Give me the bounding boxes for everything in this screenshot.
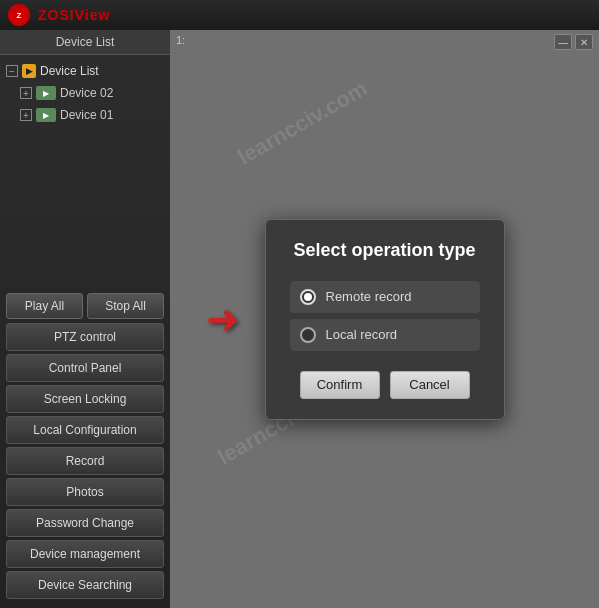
local-record-label: Local record [326,327,398,342]
expand-icon[interactable]: + [20,87,32,99]
sidebar: Device List − ▶ Device List + ▶ Device 0… [0,30,170,608]
local-record-option[interactable]: Local record [290,319,480,351]
remote-record-label: Remote record [326,289,412,304]
photos-button[interactable]: Photos [6,478,164,506]
remote-record-radio[interactable] [300,289,316,305]
device-tree: − ▶ Device List + ▶ Device 02 + ▶ Device… [0,55,170,287]
confirm-button[interactable]: Confirm [300,371,380,399]
stop-all-button[interactable]: Stop All [87,293,164,319]
ptz-control-button[interactable]: PTZ control [6,323,164,351]
screen-locking-button[interactable]: Screen Locking [6,385,164,413]
folder-icon: ▶ [22,64,36,78]
device01-label: Device 01 [60,108,113,122]
play-all-button[interactable]: Play All [6,293,83,319]
cancel-button[interactable]: Cancel [390,371,470,399]
tree-collapse-icon[interactable]: − [6,65,18,77]
device-searching-button[interactable]: Device Searching [6,571,164,599]
tree-item-device01[interactable]: + ▶ Device 01 [0,104,170,126]
play-stop-row: Play All Stop All [6,293,164,319]
app-title: ZOSIView [38,7,110,23]
record-button[interactable]: Record [6,447,164,475]
app-logo: Z [8,4,30,26]
title-bar: Z ZOSIView [0,0,599,30]
tree-root-item[interactable]: − ▶ Device List [0,60,170,82]
device-list-label: Device List [40,64,99,78]
camera-icon: ▶ [36,108,56,122]
local-record-radio[interactable] [300,327,316,343]
control-panel-button[interactable]: Control Panel [6,354,164,382]
logo-text: Z [17,11,22,20]
expand-icon[interactable]: + [20,109,32,121]
arrow-indicator: ➜ [206,296,240,342]
local-config-button[interactable]: Local Configuration [6,416,164,444]
radio-group: Remote record Local record [290,281,480,351]
sidebar-controls: Play All Stop All PTZ control Control Pa… [0,287,170,608]
sidebar-header: Device List [0,30,170,55]
dialog-buttons: Confirm Cancel [290,371,480,399]
dialog-overlay: ➜ Select operation type Remote record Lo… [170,30,599,608]
device-management-button[interactable]: Device management [6,540,164,568]
password-change-button[interactable]: Password Change [6,509,164,537]
dialog: ➜ Select operation type Remote record Lo… [265,219,505,420]
main-layout: Device List − ▶ Device List + ▶ Device 0… [0,30,599,608]
dialog-title: Select operation type [290,240,480,261]
content-area: 1: — ✕ learncciv.com learncciv.com learn… [170,30,599,608]
device02-label: Device 02 [60,86,113,100]
tree-item-device02[interactable]: + ▶ Device 02 [0,82,170,104]
remote-record-option[interactable]: Remote record [290,281,480,313]
camera-icon: ▶ [36,86,56,100]
